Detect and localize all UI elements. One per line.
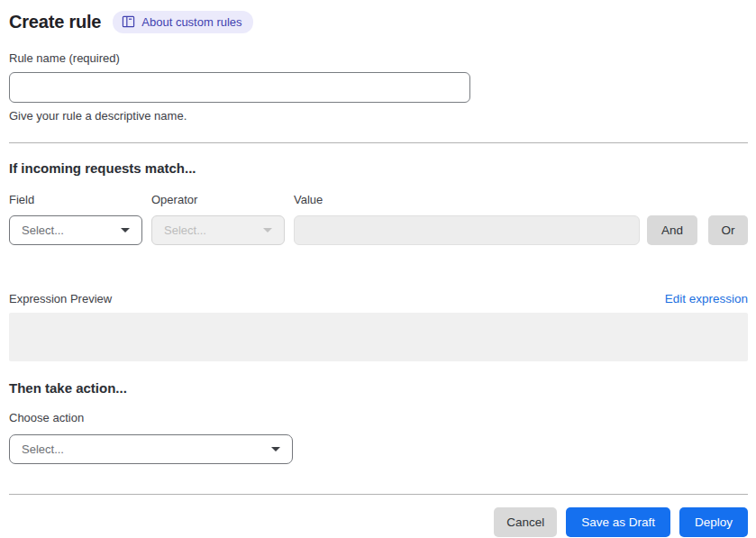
edit-expression-link[interactable]: Edit expression bbox=[665, 292, 748, 305]
create-rule-page: Create rule About custom rules Rule name… bbox=[0, 0, 756, 537]
page-title: Create rule bbox=[9, 12, 101, 32]
field-select-value: Select... bbox=[22, 223, 64, 237]
save-as-draft-button[interactable]: Save as Draft bbox=[566, 507, 670, 537]
field-select[interactable]: Select... bbox=[9, 215, 142, 245]
rule-name-input[interactable] bbox=[9, 72, 470, 103]
operator-column: Operator Select... bbox=[151, 193, 285, 245]
footer-divider bbox=[9, 494, 748, 495]
field-label: Field bbox=[9, 193, 142, 206]
field-column: Field Select... bbox=[9, 193, 142, 245]
choose-action-select-value: Select... bbox=[22, 442, 64, 456]
operator-select-value: Select... bbox=[164, 223, 206, 237]
and-button[interactable]: And bbox=[647, 215, 697, 245]
match-expression-row: Field Select... Operator Select... Value… bbox=[9, 193, 748, 245]
operator-label: Operator bbox=[151, 193, 285, 206]
rule-name-help: Give your rule a descriptive name. bbox=[9, 109, 748, 123]
cancel-button[interactable]: Cancel bbox=[494, 507, 557, 537]
choose-action-select[interactable]: Select... bbox=[9, 434, 293, 464]
rule-name-label: Rule name (required) bbox=[9, 51, 748, 65]
chevron-down-icon bbox=[271, 447, 280, 451]
value-label: Value bbox=[294, 193, 640, 206]
or-button[interactable]: Or bbox=[708, 215, 748, 245]
page-header: Create rule About custom rules bbox=[9, 11, 748, 33]
badge-label: About custom rules bbox=[141, 16, 241, 28]
section-divider bbox=[9, 142, 748, 143]
expression-preview-box bbox=[9, 313, 748, 361]
action-section-heading: Then take action... bbox=[9, 380, 748, 396]
deploy-button[interactable]: Deploy bbox=[679, 507, 748, 537]
about-custom-rules-link[interactable]: About custom rules bbox=[113, 11, 252, 33]
footer-actions: Cancel Save as Draft Deploy bbox=[9, 507, 748, 537]
expression-preview-row: Expression Preview Edit expression bbox=[9, 292, 748, 305]
and-or-buttons: And Or bbox=[647, 215, 748, 245]
rule-name-group: Rule name (required) Give your rule a de… bbox=[9, 51, 748, 123]
expression-preview-label: Expression Preview bbox=[9, 292, 112, 305]
book-icon bbox=[122, 15, 135, 28]
value-column: Value bbox=[294, 193, 640, 245]
choose-action-label: Choose action bbox=[9, 411, 748, 424]
value-input bbox=[294, 215, 640, 245]
chevron-down-icon bbox=[263, 228, 272, 233]
operator-select: Select... bbox=[151, 215, 285, 245]
match-section-heading: If incoming requests match... bbox=[9, 160, 748, 176]
chevron-down-icon bbox=[121, 228, 130, 233]
